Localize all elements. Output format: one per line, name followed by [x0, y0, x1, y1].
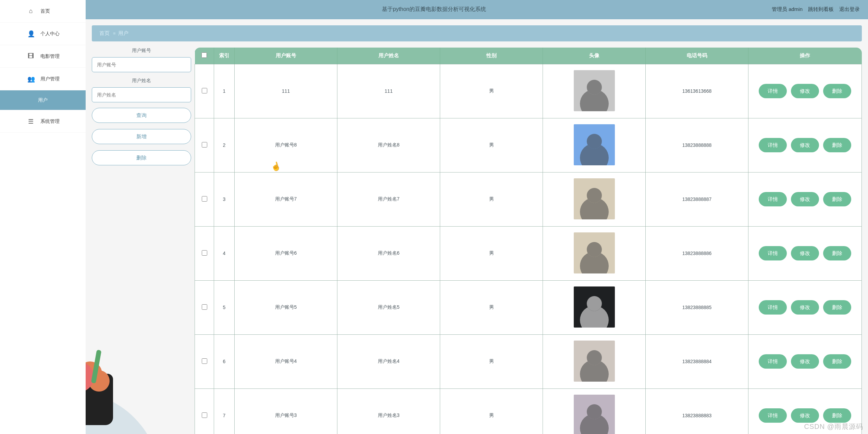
admin-label[interactable]: 管理员 admin — [772, 6, 803, 13]
row-delete-button[interactable]: 删除 — [823, 246, 851, 260]
cell-index: 7 — [214, 388, 235, 434]
cell-phone: 13823888883 — [646, 388, 748, 434]
row-checkbox[interactable] — [202, 142, 207, 148]
detail-button[interactable]: 详情 — [759, 138, 787, 152]
header-checkbox-cell[interactable] — [195, 48, 214, 64]
detail-button[interactable]: 详情 — [759, 246, 787, 260]
edit-button[interactable]: 修改 — [791, 246, 819, 260]
cell-phone: 13823888888 — [646, 118, 748, 172]
table-row: 1111111男13613613668详情修改删除 — [195, 64, 862, 118]
cell-name: 用户姓名6 — [337, 226, 440, 280]
cell-account: 用户账号7 — [235, 172, 337, 226]
users-icon: 👥 — [27, 75, 34, 83]
system-icon: ☰ — [27, 118, 34, 125]
sidebar-item-label: 用户 — [38, 97, 48, 103]
avatar — [574, 70, 615, 111]
breadcrumb: 首页 ≡ 用户 — [92, 25, 862, 41]
filter-name-input[interactable] — [92, 87, 191, 102]
detail-button[interactable]: 详情 — [759, 300, 787, 315]
logout-link[interactable]: 退出登录 — [839, 6, 860, 13]
row-delete-button[interactable]: 删除 — [823, 192, 851, 206]
cell-avatar — [543, 226, 646, 280]
cell-index: 3 — [214, 172, 235, 226]
sidebar-item-movies[interactable]: 🎞 电影管理 — [0, 45, 86, 68]
detail-button[interactable]: 详情 — [759, 408, 787, 423]
detail-button[interactable]: 详情 — [759, 192, 787, 206]
user-table-wrap: 索引 用户账号 用户姓名 性别 头像 电话号码 操作 1111111男13613… — [195, 48, 862, 434]
cell-index: 4 — [214, 226, 235, 280]
cell-name: 用户姓名7 — [337, 172, 440, 226]
edit-button[interactable]: 修改 — [791, 408, 819, 423]
avatar — [574, 178, 615, 219]
sidebar-item-label: 用户管理 — [40, 76, 60, 82]
cell-index: 2 — [214, 118, 235, 172]
header-name: 用户姓名 — [337, 48, 440, 64]
row-checkbox[interactable] — [202, 304, 207, 310]
row-checkbox[interactable] — [202, 196, 207, 202]
avatar — [574, 124, 615, 165]
cell-phone: 13823888887 — [646, 172, 748, 226]
edit-button[interactable]: 修改 — [791, 300, 819, 315]
cell-phone: 13823888886 — [646, 226, 748, 280]
breadcrumb-sep-icon: ≡ — [113, 31, 115, 36]
sidebar-item-label: 电影管理 — [40, 53, 60, 60]
sidebar-item-profile[interactable]: 👤 个人中心 — [0, 23, 86, 45]
sidebar: ⌂ 首页 👤 个人中心 🎞 电影管理 👥 用户管理 用户 ☰ 系统管理 — [0, 0, 86, 434]
row-checkbox[interactable] — [202, 358, 207, 364]
table-row: 7用户账号3用户姓名3男13823888883详情修改删除 — [195, 388, 862, 434]
row-delete-button[interactable]: 删除 — [823, 138, 851, 152]
add-button[interactable]: 新增 — [92, 129, 191, 144]
row-delete-button[interactable]: 删除 — [823, 300, 851, 315]
search-button[interactable]: 查询 — [92, 108, 191, 123]
cell-phone: 13823888885 — [646, 280, 748, 334]
edit-button[interactable]: 修改 — [791, 192, 819, 206]
cell-gender: 男 — [440, 226, 543, 280]
table-row: 4用户账号6用户姓名6男13823888886详情修改删除 — [195, 226, 862, 280]
table-row: 5用户账号5用户姓名5男13823888885详情修改删除 — [195, 280, 862, 334]
sidebar-item-label: 系统管理 — [40, 118, 60, 125]
sidebar-item-system[interactable]: ☰ 系统管理 — [0, 110, 86, 133]
person-icon: 👤 — [27, 30, 34, 38]
cell-ops: 详情修改删除 — [748, 226, 862, 280]
cell-phone: 13823888884 — [646, 334, 748, 388]
app-header: 基于python的豆瓣电影数据分析可视化系统 管理员 admin 跳转到看板 退… — [0, 0, 868, 19]
breadcrumb-home[interactable]: 首页 — [99, 30, 110, 37]
row-checkbox[interactable] — [202, 250, 207, 256]
cell-ops: 详情修改删除 — [748, 172, 862, 226]
cell-gender: 男 — [440, 118, 543, 172]
cell-account: 用户账号4 — [235, 334, 337, 388]
row-checkbox[interactable] — [202, 412, 207, 418]
cell-phone: 13613613668 — [646, 64, 748, 118]
detail-button[interactable]: 详情 — [759, 84, 787, 98]
filter-account-input[interactable] — [92, 57, 191, 72]
header-ops: 操作 — [748, 48, 862, 64]
user-table: 索引 用户账号 用户姓名 性别 头像 电话号码 操作 1111111男13613… — [195, 48, 862, 434]
avatar — [574, 232, 615, 273]
row-delete-button[interactable]: 删除 — [823, 84, 851, 98]
cell-avatar — [543, 280, 646, 334]
cell-account: 用户账号8 — [235, 118, 337, 172]
goto-dashboard-link[interactable]: 跳转到看板 — [808, 6, 834, 13]
edit-button[interactable]: 修改 — [791, 84, 819, 98]
cell-ops: 详情修改删除 — [748, 388, 862, 434]
sidebar-item-user-sub[interactable]: 用户 — [0, 90, 86, 110]
cell-avatar — [543, 172, 646, 226]
cell-avatar — [543, 388, 646, 434]
delete-button[interactable]: 删除 — [92, 150, 191, 165]
header-avatar: 头像 — [543, 48, 646, 64]
select-all-checkbox[interactable] — [201, 52, 207, 58]
row-delete-button[interactable]: 删除 — [823, 408, 851, 423]
detail-button[interactable]: 详情 — [759, 354, 787, 369]
cell-index: 5 — [214, 280, 235, 334]
row-checkbox[interactable] — [202, 88, 207, 93]
cell-name: 111 — [337, 64, 440, 118]
cell-index: 6 — [214, 334, 235, 388]
cell-account: 用户账号6 — [235, 226, 337, 280]
edit-button[interactable]: 修改 — [791, 138, 819, 152]
cell-ops: 详情修改删除 — [748, 334, 862, 388]
sidebar-item-users[interactable]: 👥 用户管理 — [0, 68, 86, 90]
row-delete-button[interactable]: 删除 — [823, 354, 851, 369]
edit-button[interactable]: 修改 — [791, 354, 819, 369]
avatar — [574, 395, 615, 434]
sidebar-item-home[interactable]: ⌂ 首页 — [0, 0, 86, 23]
